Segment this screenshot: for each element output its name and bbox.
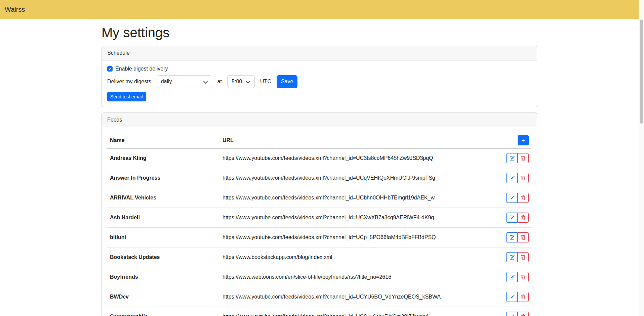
deliver-label: Deliver my digests — [107, 79, 151, 85]
table-row: Computerphile https://www.youtube.com/fe… — [107, 307, 531, 316]
edit-feed-button[interactable] — [506, 272, 518, 282]
column-header-url: URL — [220, 133, 494, 148]
feed-actions — [494, 228, 531, 247]
main-content: My settings Schedule Enable digest deliv… — [0, 19, 639, 316]
feed-name: Bookstack Updates — [107, 247, 220, 267]
edit-feed-button[interactable] — [506, 153, 518, 163]
page-title: My settings — [102, 25, 537, 41]
at-label: at — [217, 79, 222, 85]
feed-actions — [494, 307, 531, 316]
delete-feed-button[interactable] — [517, 193, 529, 203]
feed-action-group — [506, 153, 529, 163]
feed-name: Andreas Kling — [107, 148, 220, 168]
trash-icon — [521, 295, 526, 300]
edit-feed-button[interactable] — [506, 292, 518, 302]
delete-feed-button[interactable] — [517, 232, 529, 242]
save-button[interactable]: Save — [277, 75, 297, 88]
navbar-brand[interactable]: Walrss — [5, 6, 25, 13]
pencil-square-icon — [510, 176, 515, 181]
frequency-selected-value: daily — [161, 79, 172, 85]
feed-name: BWDev — [107, 287, 220, 307]
feed-name: ARRIVAL Vehicles — [107, 188, 220, 208]
edit-feed-button[interactable] — [506, 173, 518, 183]
feeds-card-header: Feeds — [102, 113, 537, 127]
feed-url: https://www.youtube.com/feeds/videos.xml… — [220, 188, 494, 208]
timezone-label: UTC — [260, 79, 271, 85]
delete-feed-button[interactable] — [517, 153, 529, 163]
feed-name: bitluni — [107, 228, 220, 247]
enable-digest-checkbox[interactable] — [107, 66, 113, 72]
feed-action-group — [506, 213, 529, 223]
feed-action-group — [506, 312, 529, 316]
table-row: Bookstack Updates https://www.bookstacka… — [107, 247, 531, 267]
pencil-square-icon — [510, 275, 515, 280]
add-column-header: + — [494, 133, 531, 148]
edit-feed-button[interactable] — [506, 213, 518, 223]
feed-action-group — [506, 252, 529, 262]
window-scrollbar[interactable] — [639, 0, 644, 316]
table-row: bitluni https://www.youtube.com/feeds/vi… — [107, 228, 531, 247]
edit-feed-button[interactable] — [506, 193, 518, 203]
feed-action-group — [506, 173, 529, 183]
table-row: Ash Hardell https://www.youtube.com/feed… — [107, 208, 531, 228]
feed-actions — [494, 287, 531, 307]
table-row: Boyfriends https://www.webtoons.com/en/s… — [107, 267, 531, 287]
feed-name: Answer In Progress — [107, 168, 220, 188]
delete-feed-button[interactable] — [517, 173, 529, 183]
table-row: ARRIVAL Vehicles https://www.youtube.com… — [107, 188, 531, 208]
navbar: Walrss — [0, 0, 639, 19]
delete-feed-button[interactable] — [517, 213, 529, 223]
feed-actions — [494, 267, 531, 287]
check-icon — [108, 67, 112, 71]
feed-url: https://www.youtube.com/feeds/videos.xml… — [220, 168, 494, 188]
feed-actions — [494, 208, 531, 228]
feed-url: https://www.youtube.com/feeds/videos.xml… — [220, 287, 494, 307]
trash-icon — [521, 275, 526, 280]
delete-feed-button[interactable] — [517, 272, 529, 282]
feed-action-group — [506, 292, 529, 302]
trash-icon — [521, 314, 526, 316]
pencil-square-icon — [510, 295, 515, 300]
schedule-card-header: Schedule — [102, 46, 537, 60]
feed-action-group — [506, 193, 529, 203]
frequency-select[interactable]: daily — [157, 75, 212, 88]
feeds-card-body: Name URL + Andreas Kling https://www.you… — [102, 127, 537, 316]
edit-feed-button[interactable] — [506, 312, 518, 316]
delivery-controls-row: Deliver my digests daily at 5:00 UTC Sav… — [107, 75, 531, 88]
edit-feed-button[interactable] — [506, 252, 518, 262]
trash-icon — [521, 156, 526, 161]
send-test-email-button[interactable]: Send test email — [107, 92, 146, 101]
feed-action-group — [506, 232, 529, 242]
delete-feed-button[interactable] — [517, 312, 529, 316]
time-selected-value: 5:00 — [232, 79, 242, 85]
scrollbar-thumb[interactable] — [640, 19, 643, 124]
feeds-table-body: Andreas Kling https://www.youtube.com/fe… — [107, 148, 531, 316]
table-row: BWDev https://www.youtube.com/feeds/vide… — [107, 287, 531, 307]
feed-url: https://www.youtube.com/feeds/videos.xml… — [220, 228, 494, 247]
enable-digest-row: Enable digest delivery — [107, 66, 531, 72]
table-row: Answer In Progress https://www.youtube.c… — [107, 168, 531, 188]
trash-icon — [521, 195, 526, 200]
pencil-square-icon — [510, 255, 515, 260]
pencil-square-icon — [510, 195, 515, 200]
trash-icon — [521, 176, 526, 181]
trash-icon — [521, 215, 526, 220]
feed-url: https://www.youtube.com/feeds/videos.xml… — [220, 148, 494, 168]
feed-actions — [494, 148, 531, 168]
pencil-square-icon — [510, 235, 515, 240]
feed-url: https://www.youtube.com/feeds/videos.xml… — [220, 208, 494, 228]
pencil-square-icon — [510, 156, 515, 161]
feed-url: https://www.webtoons.com/en/slice-of-lif… — [220, 267, 494, 287]
add-feed-button[interactable]: + — [518, 135, 529, 145]
time-select[interactable]: 5:00 — [227, 75, 255, 88]
browser-viewport: Walrss My settings Schedule Enable diges… — [0, 0, 639, 316]
table-row: Andreas Kling https://www.youtube.com/fe… — [107, 148, 531, 168]
edit-feed-button[interactable] — [506, 232, 518, 242]
feeds-table-header-row: Name URL + — [107, 133, 531, 148]
feeds-card: Feeds Name URL + And — [102, 112, 537, 316]
schedule-card-body: Enable digest delivery Deliver my digest… — [102, 60, 537, 107]
delete-feed-button[interactable] — [517, 292, 529, 302]
feed-actions — [494, 168, 531, 188]
delete-feed-button[interactable] — [517, 252, 529, 262]
trash-icon — [521, 235, 526, 240]
